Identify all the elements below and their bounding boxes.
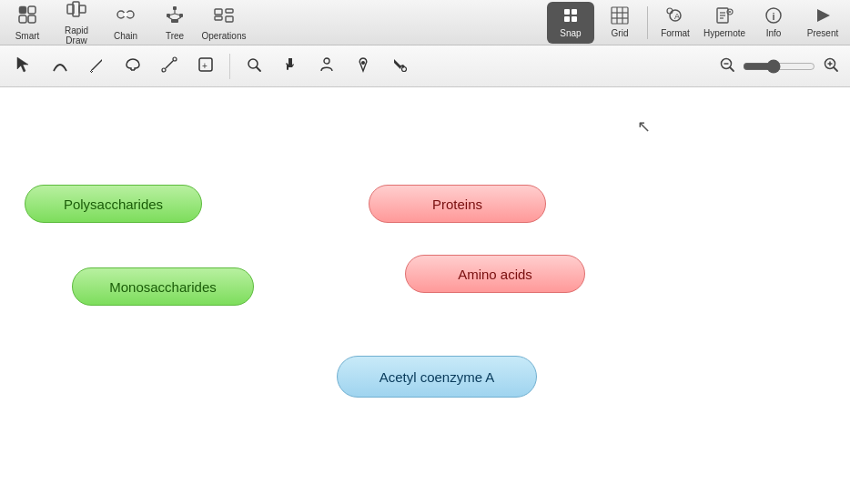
separator: [647, 6, 648, 39]
snap-button[interactable]: Snap: [547, 2, 594, 44]
zoom-in-button[interactable]: [819, 55, 843, 78]
shape-icon: +: [197, 56, 214, 76]
present-label: Present: [807, 28, 838, 38]
grid-label: Grid: [612, 28, 629, 38]
line-tool-button[interactable]: [153, 51, 186, 82]
svg-rect-55: [287, 65, 288, 70]
proteins-label: Proteins: [432, 197, 482, 212]
tree-icon: [165, 5, 185, 29]
hypernote-button[interactable]: Hypernote: [701, 2, 748, 44]
acetyl-coenzyme-a-node[interactable]: Acetyl coenzyme A: [337, 356, 537, 398]
svg-line-61: [730, 67, 734, 71]
zoom-in-icon: [823, 60, 839, 76]
svg-rect-20: [215, 16, 222, 20]
pin-icon: [355, 56, 371, 76]
pen-tool-button[interactable]: [80, 51, 113, 82]
zoom-out-button[interactable]: [715, 55, 739, 78]
svg-rect-9: [124, 13, 127, 16]
lasso-tool-button[interactable]: [116, 51, 149, 82]
chain-icon: [116, 5, 136, 29]
svg-marker-43: [817, 9, 830, 22]
rapid-draw-icon: [66, 0, 86, 24]
svg-point-7: [117, 11, 125, 18]
rapid-draw-label: Rapid Draw: [53, 25, 100, 45]
chain-tool-button[interactable]: Chain: [102, 2, 149, 44]
lasso-icon: [125, 56, 141, 76]
pin-tool-button[interactable]: [347, 51, 379, 82]
person-icon: [319, 56, 335, 76]
second-toolbar: +: [0, 45, 850, 87]
svg-point-58: [402, 66, 407, 71]
tree-tool-button[interactable]: Tree: [151, 2, 198, 44]
svg-rect-10: [173, 6, 177, 10]
svg-rect-3: [28, 15, 35, 23]
smart-label: Smart: [15, 31, 40, 41]
hypernote-icon: [715, 6, 734, 26]
svg-text:+: +: [202, 61, 207, 71]
svg-rect-2: [19, 15, 26, 23]
person-tool-button[interactable]: [310, 51, 343, 82]
acetyl-coenzyme-a-label: Acetyl coenzyme A: [379, 369, 495, 385]
svg-rect-1: [28, 6, 35, 14]
pan-tool-button[interactable]: [274, 51, 307, 82]
search-tool-button[interactable]: [238, 51, 270, 82]
svg-point-56: [324, 58, 329, 64]
svg-text:i: i: [773, 11, 775, 22]
svg-point-57: [361, 61, 365, 65]
polysaccharides-label: Polysaccharides: [64, 197, 163, 212]
zoom-area: [715, 55, 843, 78]
format-button[interactable]: A Format: [652, 2, 699, 44]
rapid-draw-tool-button[interactable]: Rapid Draw: [53, 2, 100, 44]
select-tool-button[interactable]: [7, 51, 40, 82]
svg-rect-26: [572, 16, 577, 22]
canvas-area[interactable]: Polysaccharides Proteins Monosaccharides…: [0, 87, 850, 504]
svg-rect-19: [215, 9, 222, 15]
svg-point-8: [126, 11, 134, 18]
smart-tool-button[interactable]: Smart: [4, 2, 51, 44]
smart-icon: [17, 5, 37, 29]
paint-tool-button[interactable]: [383, 51, 416, 82]
info-button[interactable]: i Info: [750, 2, 797, 44]
monosaccharides-node[interactable]: Monosaccharides: [72, 267, 254, 306]
paint-icon: [391, 56, 408, 76]
arc-icon: [52, 56, 68, 76]
svg-point-40: [729, 11, 731, 13]
svg-rect-21: [226, 9, 233, 13]
operations-label: Operations: [202, 31, 247, 41]
svg-rect-22: [226, 16, 233, 22]
shape-tool-button[interactable]: +: [189, 51, 222, 82]
polysaccharides-node[interactable]: Polysaccharides: [25, 185, 202, 223]
svg-line-54: [257, 67, 260, 71]
top-toolbar: Smart Rapid Draw Chain: [0, 0, 850, 45]
zoom-slider[interactable]: [743, 59, 815, 74]
present-icon: [814, 6, 832, 26]
proteins-node[interactable]: Proteins: [369, 185, 546, 223]
search-icon: [246, 56, 262, 76]
svg-line-65: [834, 67, 837, 71]
svg-point-49: [173, 57, 177, 61]
snap-icon: [562, 6, 580, 26]
arc-tool-button[interactable]: [44, 51, 76, 82]
operations-tool-button[interactable]: Operations: [200, 2, 248, 44]
pen-icon: [88, 56, 105, 76]
tree-label: Tree: [166, 31, 184, 41]
grid-button[interactable]: Grid: [596, 2, 643, 44]
format-icon: A: [666, 6, 684, 26]
svg-rect-25: [564, 16, 570, 22]
snap-label: Snap: [560, 28, 581, 38]
select-icon: [15, 56, 32, 76]
amino-acids-node[interactable]: Amino acids: [405, 255, 585, 293]
format-label: Format: [661, 28, 690, 38]
amino-acids-label: Amino acids: [458, 267, 532, 282]
hypernote-label: Hypernote: [703, 28, 745, 38]
svg-point-48: [162, 68, 166, 72]
svg-rect-24: [572, 9, 577, 15]
grid-icon: [611, 6, 629, 26]
svg-rect-0: [19, 6, 26, 14]
right-tools: Snap Grid A: [547, 2, 846, 44]
cursor-indicator: ↖: [637, 116, 651, 136]
operations-icon: [214, 5, 234, 29]
present-button[interactable]: Present: [799, 2, 846, 44]
svg-rect-31: [612, 7, 628, 24]
pan-icon: [282, 56, 299, 76]
